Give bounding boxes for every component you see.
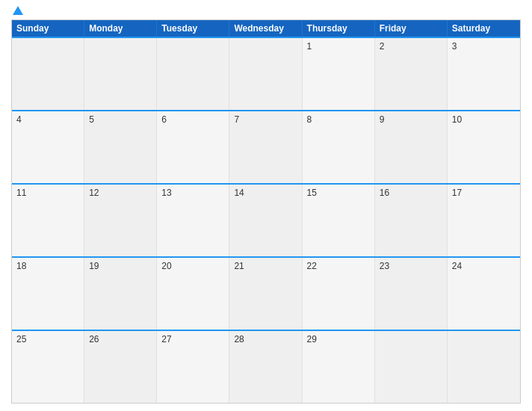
day-cell: 14 xyxy=(229,185,302,256)
day-number: 3 xyxy=(452,41,457,52)
day-cell: 4 xyxy=(12,111,84,183)
week-row-3: 11121314151617 xyxy=(12,183,520,256)
day-header-monday: Monday xyxy=(84,20,157,37)
day-cell: 18 xyxy=(12,258,84,330)
day-number: 8 xyxy=(307,114,312,125)
day-cell: 12 xyxy=(84,185,157,256)
day-number: 4 xyxy=(16,114,22,125)
day-cell: 6 xyxy=(157,111,229,183)
day-number: 21 xyxy=(234,261,244,271)
day-number: 1 xyxy=(307,41,312,52)
day-number: 18 xyxy=(16,261,26,271)
day-number: 27 xyxy=(161,334,171,344)
day-header-friday: Friday xyxy=(375,20,448,37)
day-number: 26 xyxy=(89,334,99,344)
day-cell xyxy=(84,38,157,110)
day-cell: 15 xyxy=(303,185,375,256)
day-number: 24 xyxy=(452,261,462,271)
calendar-grid: SundayMondayTuesdayWednesdayThursdayFrid… xyxy=(11,19,521,404)
day-number: 16 xyxy=(380,188,389,198)
header xyxy=(11,7,521,19)
days-header-row: SundayMondayTuesdayWednesdayThursdayFrid… xyxy=(12,20,520,37)
day-cell: 9 xyxy=(375,111,448,183)
day-number: 10 xyxy=(452,114,462,125)
day-cell: 19 xyxy=(84,258,157,330)
day-number: 11 xyxy=(16,188,26,198)
day-cell: 24 xyxy=(448,258,520,330)
day-number: 25 xyxy=(16,334,26,344)
day-number: 15 xyxy=(307,188,317,198)
week-row-4: 18192021222324 xyxy=(12,256,520,330)
day-number: 9 xyxy=(380,114,385,125)
day-number: 13 xyxy=(161,188,171,198)
day-cell: 29 xyxy=(303,331,375,403)
day-cell: 1 xyxy=(303,38,375,110)
week-row-2: 45678910 xyxy=(12,110,520,183)
day-cell xyxy=(12,38,84,110)
day-header-sunday: Sunday xyxy=(12,20,84,37)
day-cell: 10 xyxy=(448,111,520,183)
day-number: 22 xyxy=(307,261,317,271)
day-number: 20 xyxy=(161,261,171,271)
calendar-page: SundayMondayTuesdayWednesdayThursdayFrid… xyxy=(0,0,532,411)
day-cell: 2 xyxy=(375,38,448,110)
day-cell: 20 xyxy=(157,258,229,330)
day-header-thursday: Thursday xyxy=(303,20,375,37)
day-cell: 11 xyxy=(12,185,84,256)
day-number: 14 xyxy=(234,188,244,198)
day-cell: 21 xyxy=(229,258,302,330)
logo xyxy=(11,7,23,15)
day-cell: 17 xyxy=(448,185,520,256)
day-cell: 25 xyxy=(12,331,84,403)
day-header-wednesday: Wednesday xyxy=(229,20,302,37)
weeks-container: 1234567891011121314151617181920212223242… xyxy=(12,37,520,403)
day-cell: 26 xyxy=(84,331,157,403)
day-number: 6 xyxy=(161,114,167,125)
day-cell: 23 xyxy=(375,258,448,330)
day-number: 23 xyxy=(380,261,389,271)
day-cell: 16 xyxy=(375,185,448,256)
logo-triangle-icon xyxy=(13,6,23,15)
week-row-1: 123 xyxy=(12,37,520,110)
day-number: 5 xyxy=(89,114,94,125)
day-cell xyxy=(448,331,520,403)
day-cell: 13 xyxy=(157,185,229,256)
day-cell: 28 xyxy=(229,331,302,403)
day-cell xyxy=(157,38,229,110)
day-number: 12 xyxy=(89,188,99,198)
day-number: 19 xyxy=(89,261,99,271)
week-row-5: 2526272829 xyxy=(12,330,520,403)
day-number: 2 xyxy=(380,41,385,52)
day-cell xyxy=(375,331,448,403)
day-number: 7 xyxy=(234,114,239,125)
day-cell: 8 xyxy=(303,111,375,183)
day-cell: 22 xyxy=(303,258,375,330)
day-number: 17 xyxy=(452,188,462,198)
day-header-saturday: Saturday xyxy=(448,20,520,37)
day-number: 29 xyxy=(307,334,317,344)
day-cell: 27 xyxy=(157,331,229,403)
day-cell: 3 xyxy=(448,38,520,110)
day-cell xyxy=(229,38,302,110)
day-cell: 5 xyxy=(84,111,157,183)
day-number: 28 xyxy=(234,334,244,344)
day-cell: 7 xyxy=(229,111,302,183)
day-header-tuesday: Tuesday xyxy=(157,20,229,37)
